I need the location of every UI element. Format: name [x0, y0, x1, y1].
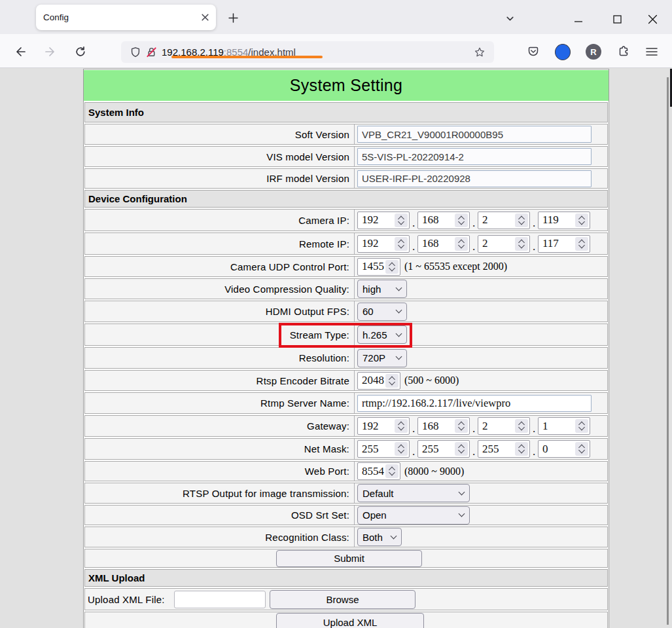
window-close-button[interactable] — [645, 11, 660, 27]
irf-version-input[interactable] — [357, 170, 592, 187]
extensions-puzzle-icon[interactable] — [615, 44, 631, 60]
spinner-up-down-buttons[interactable] — [515, 213, 528, 227]
extension-r-badge[interactable]: R — [586, 44, 601, 60]
gateway-octet-3-spinner[interactable] — [478, 417, 530, 435]
camera-ip-octet-3-spinner[interactable] — [478, 212, 530, 229]
url-bar[interactable]: 192.168.2.119:8554/index.html — [121, 41, 494, 63]
netmask-octet-3-input[interactable] — [478, 441, 514, 457]
tab-close-icon[interactable] — [198, 10, 212, 25]
gateway-octet-1-spinner[interactable] — [357, 417, 410, 435]
recognition-class-select[interactable]: Both — [357, 528, 402, 546]
spinner-up-down-buttons[interactable] — [385, 260, 398, 274]
web-port-spinner[interactable] — [357, 462, 400, 480]
rtmp-server-input[interactable] — [357, 395, 592, 412]
select-value: high — [363, 284, 381, 295]
netmask-octet-1-spinner[interactable] — [357, 440, 410, 458]
camera-ip-octet-4-spinner[interactable] — [538, 212, 590, 229]
menu-hamburger-icon[interactable] — [644, 44, 660, 60]
video-quality-select[interactable]: high — [357, 280, 407, 298]
spinner-up-down-buttons[interactable] — [455, 213, 468, 227]
rtsp-bitrate-input[interactable] — [358, 373, 384, 389]
gateway-octet-4-spinner[interactable] — [538, 417, 590, 435]
upload-xml-file-input[interactable] — [174, 591, 266, 608]
spinner-up-down-buttons[interactable] — [455, 237, 468, 251]
spinner-up-down-buttons[interactable] — [395, 442, 408, 456]
hdmi-fps-select[interactable]: 60 — [357, 303, 407, 321]
osd-srt-select[interactable]: Open — [357, 506, 470, 525]
camera-ip-octet-3-input[interactable] — [478, 212, 514, 229]
remote-ip-octet-1-spinner[interactable] — [357, 235, 410, 253]
row-irf-version: IRF model Version — [84, 168, 608, 189]
netmask-octet-2-input[interactable] — [418, 441, 453, 457]
soft-version-input[interactable] — [357, 126, 592, 143]
stream-type-select[interactable]: h.265 — [357, 325, 407, 344]
web-port-input[interactable] — [358, 463, 384, 479]
gateway-octet-1-input[interactable] — [358, 418, 393, 434]
field-label: Recognition Class: — [85, 527, 355, 547]
netmask-octet-3-spinner[interactable] — [478, 440, 530, 458]
field-label: Resolution: — [85, 348, 355, 368]
forward-button[interactable] — [43, 44, 58, 60]
vertical-scrollbar[interactable] — [667, 77, 669, 625]
spinner-up-down-buttons[interactable] — [515, 237, 528, 251]
camera-ip-octet-4-input[interactable] — [539, 212, 574, 229]
row-net-mask: Net Mask: . . . — [84, 438, 608, 460]
spinner-up-down-buttons[interactable] — [575, 419, 588, 433]
shield-icon[interactable] — [128, 45, 143, 60]
vis-version-input[interactable] — [357, 148, 592, 165]
spinner-up-down-buttons[interactable] — [395, 419, 408, 433]
udp-port-input[interactable] — [358, 259, 384, 275]
spinner-up-down-buttons[interactable] — [455, 442, 468, 456]
camera-ip-octet-2-input[interactable] — [418, 212, 453, 229]
row-video-compression-quality: Video Compression Quality: high — [84, 278, 608, 299]
browser-tab-config[interactable]: Config — [36, 5, 216, 30]
spinner-up-down-buttons[interactable] — [575, 237, 588, 251]
camera-ip-octet-1-spinner[interactable] — [357, 212, 410, 229]
camera-ip-octet-1-input[interactable] — [358, 212, 393, 229]
spinner-up-down-buttons[interactable] — [385, 464, 398, 478]
netmask-octet-1-input[interactable] — [358, 441, 393, 457]
blue-circle-icon — [555, 44, 571, 60]
submit-button[interactable]: Submit — [276, 550, 422, 567]
profile-avatar-blue-circle[interactable] — [555, 44, 571, 60]
camera-ip-octet-2-spinner[interactable] — [417, 212, 470, 229]
remote-ip-octet-1-input[interactable] — [358, 236, 393, 252]
remote-ip-octet-3-input[interactable] — [478, 236, 514, 252]
window-maximize-button[interactable] — [609, 11, 625, 27]
bookmark-star-icon[interactable] — [472, 45, 487, 60]
rtsp-output-select[interactable]: Default — [357, 484, 470, 502]
insecure-lock-slash-icon[interactable] — [143, 45, 159, 60]
field-label: Rtmp Server Name: — [85, 393, 355, 413]
netmask-octet-2-spinner[interactable] — [417, 440, 470, 458]
new-tab-button[interactable] — [225, 10, 241, 26]
udp-port-spinner[interactable] — [357, 258, 400, 276]
spinner-up-down-buttons[interactable] — [515, 442, 528, 456]
back-button[interactable] — [12, 44, 28, 60]
reload-button[interactable] — [73, 44, 88, 60]
netmask-octet-4-spinner[interactable] — [538, 440, 590, 458]
spinner-up-down-buttons[interactable] — [575, 213, 588, 227]
spinner-up-down-buttons[interactable] — [575, 442, 588, 456]
gateway-octet-2-spinner[interactable] — [417, 417, 470, 435]
remote-ip-octet-4-spinner[interactable] — [538, 235, 590, 253]
remote-ip-octet-2-spinner[interactable] — [417, 235, 470, 253]
window-minimize-button[interactable] — [571, 11, 586, 27]
spinner-up-down-buttons[interactable] — [385, 374, 398, 388]
remote-ip-octet-3-spinner[interactable] — [478, 235, 530, 253]
spinner-up-down-buttons[interactable] — [515, 419, 528, 433]
pocket-icon[interactable] — [525, 44, 541, 60]
upload-xml-button[interactable]: Upload XML — [276, 613, 424, 628]
gateway-octet-2-input[interactable] — [418, 418, 453, 434]
rtsp-bitrate-spinner[interactable] — [357, 372, 400, 390]
browse-button[interactable]: Browse — [270, 590, 416, 609]
gateway-octet-3-input[interactable] — [478, 418, 514, 434]
remote-ip-octet-2-input[interactable] — [418, 236, 453, 252]
spinner-up-down-buttons[interactable] — [395, 213, 408, 227]
remote-ip-octet-4-input[interactable] — [539, 236, 574, 252]
tab-list-chevron-icon[interactable] — [504, 12, 516, 24]
gateway-octet-4-input[interactable] — [539, 418, 574, 434]
netmask-octet-4-input[interactable] — [539, 441, 574, 457]
spinner-up-down-buttons[interactable] — [395, 237, 408, 251]
resolution-select[interactable]: 720P — [357, 349, 407, 367]
spinner-up-down-buttons[interactable] — [455, 419, 468, 433]
